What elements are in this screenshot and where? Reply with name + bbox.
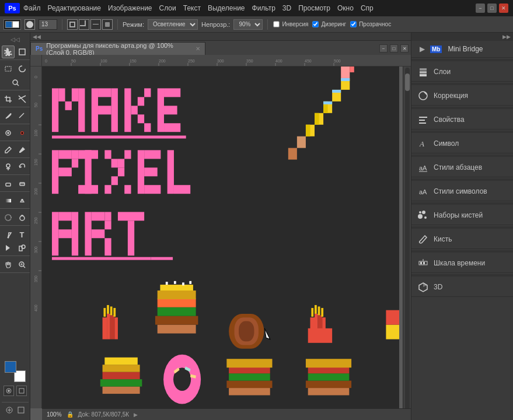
tool-zoom[interactable] bbox=[16, 258, 29, 271]
tool-clone-stamp[interactable] bbox=[2, 160, 15, 173]
menu-text[interactable]: Текст bbox=[183, 4, 201, 12]
panel-collapse[interactable]: ▶▶ bbox=[502, 34, 511, 40]
doc-tab-close[interactable]: ✕ bbox=[196, 46, 200, 52]
menu-window[interactable]: Окно bbox=[337, 4, 354, 12]
opacity-select[interactable]: 90% bbox=[233, 19, 263, 30]
tool-extra-1[interactable] bbox=[4, 405, 15, 415]
menu-layers[interactable]: Слои bbox=[159, 4, 176, 12]
brush-size-field[interactable]: 13 bbox=[39, 19, 57, 30]
tool-group-path: T bbox=[0, 227, 30, 256]
v-scroll-track[interactable] bbox=[405, 68, 410, 411]
inversion-toggle[interactable]: Инверсия bbox=[273, 20, 308, 28]
minimize-button[interactable]: − bbox=[476, 4, 485, 13]
panel-item-timeline[interactable]: Шкала времени bbox=[411, 254, 513, 273]
panel-item-layers[interactable]: Слои bbox=[411, 62, 513, 82]
svg-rect-96 bbox=[138, 150, 144, 194]
tool-bg-eraser[interactable] bbox=[16, 177, 29, 190]
tool-blur[interactable] bbox=[2, 211, 15, 224]
canvas-content[interactable] bbox=[42, 66, 399, 408]
tool-path-select[interactable] bbox=[2, 242, 15, 254]
tool-hand[interactable] bbox=[2, 258, 15, 271]
tool-lasso[interactable] bbox=[16, 62, 29, 75]
dithering-toggle[interactable]: Дизеринг bbox=[312, 20, 346, 28]
mini-bridge-play[interactable]: ▶ bbox=[417, 44, 427, 54]
panel-item-brush-presets[interactable]: Наборы кистей bbox=[411, 206, 513, 225]
shape-mode-4[interactable] bbox=[102, 19, 113, 30]
panel-item-3d[interactable]: 3D bbox=[411, 278, 513, 297]
tool-quick-select[interactable] bbox=[9, 76, 22, 89]
svg-text:350: 350 bbox=[34, 275, 38, 282]
tool-marquee-rect[interactable] bbox=[2, 62, 15, 75]
panel-item-symbol[interactable]: A Символ bbox=[411, 134, 513, 153]
tool-red-eye[interactable] bbox=[16, 127, 29, 139]
ruler-left: 0 50 100 150 200 250 300 350 400 bbox=[30, 66, 42, 408]
menu-filter[interactable]: Фильтр bbox=[252, 4, 275, 12]
svg-rect-181 bbox=[306, 359, 351, 368]
tool-slice[interactable] bbox=[16, 93, 29, 106]
brush-presets-icon bbox=[417, 209, 429, 221]
doc-close-btn[interactable]: ✕ bbox=[400, 44, 409, 52]
tool-eyedropper[interactable] bbox=[2, 110, 15, 123]
svg-rect-133 bbox=[110, 315, 115, 339]
tool-shape[interactable] bbox=[16, 242, 29, 254]
menu-view[interactable]: Просмотр bbox=[298, 4, 330, 12]
shape-mode-2[interactable] bbox=[79, 19, 89, 30]
menu-3d[interactable]: 3D bbox=[282, 4, 291, 12]
svg-rect-132 bbox=[107, 314, 110, 340]
doc-tab-ps-icon: Ps bbox=[36, 46, 43, 52]
mode-select[interactable]: Осветление bbox=[148, 19, 198, 30]
toolbar-collapse-top[interactable]: ◁◁ bbox=[0, 35, 30, 43]
tool-extra-2[interactable] bbox=[16, 405, 26, 415]
transparent-toggle[interactable]: Прозрачнос bbox=[350, 20, 391, 28]
document-tab[interactable]: Ps Программы для пиксель арта.png @ 100%… bbox=[30, 42, 205, 55]
shape-mode-1[interactable] bbox=[67, 19, 78, 30]
tool-ruler[interactable] bbox=[16, 110, 29, 123]
char-styles-icon: aA bbox=[417, 186, 429, 197]
doc-minimize-btn[interactable]: − bbox=[379, 44, 388, 52]
screen-mode[interactable] bbox=[16, 386, 27, 396]
tool-move[interactable] bbox=[2, 46, 15, 58]
menu-image[interactable]: Изображение bbox=[108, 4, 152, 12]
svg-rect-112 bbox=[118, 212, 144, 220]
zoom-icon: 🔒 bbox=[67, 411, 74, 418]
panel-item-para-styles[interactable]: aA Стили абзацев bbox=[411, 158, 513, 177]
tool-history-brush[interactable] bbox=[16, 160, 29, 173]
tool-paint-bucket[interactable] bbox=[16, 194, 29, 207]
shape-mode-3[interactable] bbox=[90, 19, 101, 30]
svg-text:500: 500 bbox=[334, 59, 341, 63]
menu-edit[interactable]: Редактирование bbox=[48, 4, 101, 12]
quick-mask-mode[interactable] bbox=[4, 386, 14, 396]
tool-artboard[interactable] bbox=[16, 46, 29, 58]
tool-gradient[interactable] bbox=[2, 194, 15, 207]
menu-help[interactable]: Спр bbox=[361, 4, 374, 12]
vertical-scrollbar[interactable] bbox=[403, 66, 411, 412]
foreground-color-swatch[interactable] bbox=[5, 361, 16, 373]
panel-item-brush[interactable]: Кисть bbox=[411, 230, 513, 249]
tool-crop[interactable] bbox=[2, 93, 15, 106]
close-button[interactable]: ✕ bbox=[499, 4, 508, 13]
panel-item-correction[interactable]: Коррекция bbox=[411, 86, 513, 106]
tool-spot-heal[interactable] bbox=[2, 127, 15, 139]
brush-shape-1[interactable] bbox=[25, 19, 35, 30]
mini-bridge-header[interactable]: ▶ Mb Mini Bridge bbox=[411, 41, 513, 58]
nav-arrow[interactable]: ▶ bbox=[134, 412, 138, 418]
foreground-color-preview[interactable] bbox=[4, 19, 21, 30]
tool-pencil[interactable] bbox=[16, 144, 29, 156]
canvas-viewport[interactable]: 0 50 100 150 200 250 300 350 400 450 500 bbox=[30, 55, 411, 420]
panel-item-char-styles[interactable]: aA Стили символов bbox=[411, 182, 513, 201]
maximize-button[interactable]: □ bbox=[487, 4, 497, 13]
tool-eraser[interactable] bbox=[2, 177, 15, 190]
tool-brush[interactable] bbox=[2, 144, 15, 156]
menu-select[interactable]: Выделение bbox=[208, 4, 245, 12]
svg-rect-145 bbox=[166, 282, 168, 285]
tool-dodge[interactable] bbox=[16, 211, 29, 224]
v-scroll-thumb[interactable] bbox=[405, 74, 410, 91]
svg-rect-101 bbox=[174, 185, 190, 194]
panel-item-properties[interactable]: Свойства bbox=[411, 110, 513, 130]
tool-pen[interactable] bbox=[2, 228, 15, 241]
tool-type[interactable]: T bbox=[16, 228, 29, 241]
doc-maximize-btn[interactable]: □ bbox=[390, 44, 398, 52]
svg-rect-71 bbox=[138, 97, 144, 106]
menu-file[interactable]: Файл bbox=[23, 4, 41, 12]
collapse-left[interactable]: ◀◀ bbox=[33, 34, 41, 40]
